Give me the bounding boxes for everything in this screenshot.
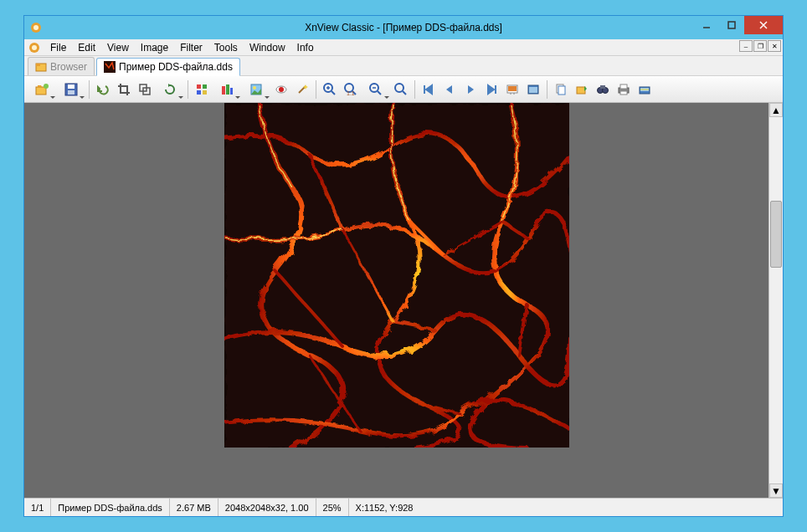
svg-point-28: [279, 87, 284, 92]
scroll-down-button[interactable]: ▼: [769, 483, 783, 498]
status-coords: X:1152, Y:928: [349, 499, 420, 516]
svg-rect-56: [620, 91, 627, 95]
copy-icon: [554, 83, 568, 96]
print-button[interactable]: [614, 79, 634, 100]
titlebar: XnView Classic - [Пример DDS-файла.dds]: [24, 16, 783, 39]
svg-rect-24: [230, 88, 233, 95]
svg-point-40: [395, 84, 404, 92]
open-icon: [34, 82, 49, 97]
zoomin-button[interactable]: [320, 79, 340, 100]
find-button[interactable]: [593, 79, 613, 100]
svg-rect-53: [600, 85, 605, 89]
menu-file[interactable]: File: [44, 40, 72, 55]
undo-button[interactable]: [93, 79, 113, 100]
svg-line-38: [378, 91, 381, 95]
fullscreen-icon: [527, 83, 540, 96]
redeye-button[interactable]: [271, 79, 291, 100]
menu-filter[interactable]: Filter: [174, 40, 208, 55]
svg-rect-3: [728, 22, 735, 28]
tab-browser[interactable]: Browser: [28, 57, 95, 75]
svg-rect-50: [577, 87, 585, 94]
zoomout-button[interactable]: [362, 79, 390, 100]
zoom-out-icon: [369, 83, 383, 96]
prev-icon: [443, 83, 456, 96]
open-button[interactable]: [28, 79, 56, 100]
svg-rect-21: [203, 90, 207, 95]
separator: [89, 80, 90, 99]
svg-line-41: [403, 91, 406, 95]
menu-view[interactable]: View: [101, 40, 135, 55]
svg-rect-14: [68, 84, 75, 89]
status-filename: Пример DDS-файла.dds: [51, 499, 170, 516]
zoom-fit-icon: [394, 83, 408, 96]
app-menu-icon: [28, 41, 41, 54]
tab-file[interactable]: Пример DDS-файла.dds: [96, 58, 240, 76]
status-index: 1/1: [24, 499, 51, 516]
menu-window[interactable]: Window: [244, 40, 291, 55]
mdi-close-button[interactable]: ✕: [768, 40, 781, 52]
separator: [414, 80, 415, 99]
adjust-button[interactable]: [213, 79, 241, 100]
tabbar: Browser Пример DDS-файла.dds: [24, 56, 783, 76]
menu-info[interactable]: Info: [291, 40, 320, 55]
zoom-100-icon: 1:1: [344, 83, 357, 96]
menu-edit[interactable]: Edit: [72, 40, 101, 55]
rotate-button[interactable]: [156, 79, 184, 100]
prev-button[interactable]: [439, 79, 460, 100]
zoom100-button[interactable]: 1:1: [341, 79, 361, 100]
palette-icon: [195, 83, 208, 96]
next-button[interactable]: [460, 79, 481, 100]
slideshow-icon: [506, 83, 519, 96]
scroll-thumb[interactable]: [770, 201, 782, 268]
first-button[interactable]: [419, 79, 439, 100]
effects-icon: [249, 83, 263, 96]
resize-button[interactable]: [135, 79, 155, 100]
svg-rect-43: [508, 86, 517, 91]
svg-rect-19: [203, 84, 207, 89]
menu-image[interactable]: Image: [135, 40, 174, 55]
binoculars-icon: [596, 83, 609, 96]
effects-button[interactable]: [242, 79, 270, 100]
svg-point-26: [253, 86, 256, 90]
copy-button[interactable]: [551, 79, 571, 100]
scroll-up-button[interactable]: ▲: [769, 103, 783, 117]
export-button[interactable]: [572, 79, 592, 100]
svg-point-7: [32, 45, 37, 50]
auto-button[interactable]: [292, 79, 312, 100]
svg-rect-49: [558, 86, 565, 95]
fullscreen-button[interactable]: [523, 79, 543, 100]
wand-icon: [296, 83, 309, 96]
close-button[interactable]: [744, 16, 783, 34]
crop-button[interactable]: [114, 79, 134, 100]
zoomfit-button[interactable]: [391, 79, 411, 100]
scanner-icon: [638, 83, 651, 96]
menu-tools[interactable]: Tools: [208, 40, 244, 55]
separator: [316, 80, 316, 99]
save-button[interactable]: [57, 79, 85, 100]
export-icon: [575, 83, 589, 96]
mdi-restore-button[interactable]: ❐: [753, 40, 767, 52]
image-viewport[interactable]: [24, 103, 768, 498]
palette-button[interactable]: [192, 79, 212, 100]
last-icon: [485, 83, 498, 96]
tab-file-label: Пример DDS-файла.dds: [119, 61, 233, 73]
svg-rect-55: [620, 84, 627, 89]
minimize-button[interactable]: [694, 16, 719, 34]
svg-rect-23: [226, 84, 229, 95]
adjust-icon: [220, 83, 234, 96]
resize-icon: [138, 83, 152, 96]
svg-rect-22: [222, 86, 225, 95]
scan-button[interactable]: [635, 79, 655, 100]
vertical-scrollbar[interactable]: ▲ ▼: [768, 103, 783, 498]
mdi-minimize-button[interactable]: –: [739, 40, 753, 52]
status-filesize: 2.67 MB: [170, 499, 218, 516]
svg-rect-20: [197, 90, 201, 95]
slideshow-button[interactable]: [502, 79, 522, 100]
maximize-button[interactable]: [719, 16, 744, 34]
separator: [188, 80, 188, 99]
folder-tree-icon: [35, 61, 47, 73]
last-button[interactable]: [481, 79, 501, 100]
first-icon: [422, 83, 435, 96]
scroll-track[interactable]: [769, 117, 783, 483]
image-thumb-icon: [104, 61, 116, 73]
